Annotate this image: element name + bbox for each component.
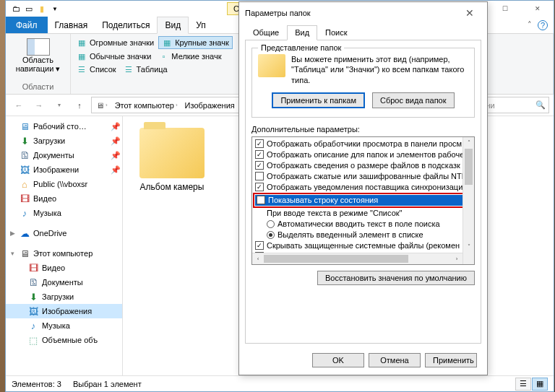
scroll-down-icon[interactable]: ˅ xyxy=(463,241,474,253)
adv-item-radio[interactable]: Выделять введенный элемент в списке xyxy=(254,230,473,240)
dialog-tab-general[interactable]: Общие xyxy=(245,25,287,40)
qat-dropdown-icon[interactable]: ▼ xyxy=(49,3,61,14)
dialog-tab-search[interactable]: Поиск xyxy=(317,25,355,40)
nav-tp-docs[interactable]: 🖻Документы xyxy=(6,275,122,289)
radio-icon[interactable] xyxy=(267,231,275,239)
nav-tp-downloads[interactable]: ⬇Загрузки xyxy=(6,289,122,304)
search-icon[interactable]: 🔍 xyxy=(535,100,546,110)
help-icon[interactable]: ? xyxy=(538,20,548,30)
layout-large[interactable]: ▦Крупные значк xyxy=(158,36,233,49)
apply-to-folders-button[interactable]: Применить к папкам xyxy=(272,92,365,108)
advanced-settings-list[interactable]: ✓Отображать обработчики просмотра в пане… xyxy=(251,136,475,265)
maximize-button[interactable]: ☐ xyxy=(489,1,521,16)
adv-item[interactable]: Отображать сжатые или зашифрованные файл… xyxy=(254,171,473,182)
crumb-root[interactable]: Этот компьютер xyxy=(115,101,174,110)
nav-thispc[interactable]: ▾🖥Этот компьютер xyxy=(6,246,122,261)
small-icons-icon: ▫ xyxy=(158,51,168,61)
nav-music[interactable]: ♪Музыка xyxy=(6,206,122,220)
adv-item-group[interactable]: При вводе текста в режиме "Список" xyxy=(254,208,473,219)
nav-tp-video[interactable]: 🎞Видео xyxy=(6,261,122,275)
nav-onedrive[interactable]: ▶☁OneDrive xyxy=(6,226,122,240)
nav-tp-3d[interactable]: ⬚Объемные объ xyxy=(6,333,122,347)
apply-button[interactable]: Применить xyxy=(425,353,477,367)
nav-tp-images[interactable]: 🖼Изображения xyxy=(6,304,122,318)
tab-home[interactable]: Главная xyxy=(48,17,95,33)
tab-view[interactable]: Вид xyxy=(157,17,189,34)
download-icon: ⬇ xyxy=(19,135,30,147)
details-view-button[interactable]: ☰ xyxy=(515,378,531,391)
video-icon: 🎞 xyxy=(19,193,30,204)
nav-downloads[interactable]: ⬇Загрузки📌 xyxy=(6,134,122,148)
scroll-left-icon[interactable]: ‹ xyxy=(252,253,264,264)
close-button[interactable]: ✕ xyxy=(521,1,554,16)
checkbox-icon[interactable]: ✓ xyxy=(255,183,264,191)
status-count: Элементов: 3 xyxy=(12,380,61,388)
nav-public[interactable]: ⌂Public (\\vboxsr xyxy=(6,177,122,191)
document-icon: 🖻 xyxy=(19,149,30,161)
adv-item[interactable]: ✓Скрывать защищенные системные файлы (ре… xyxy=(254,240,473,251)
radio-icon[interactable] xyxy=(267,220,275,228)
adv-item-selected[interactable]: Показывать строку состояния xyxy=(255,195,471,206)
list-icon: ☰ xyxy=(77,64,87,74)
reset-folders-button[interactable]: Сброс вида папок xyxy=(372,92,455,108)
qat-prop-icon[interactable]: ▭ xyxy=(23,3,35,14)
nav-tp-music[interactable]: ♪Музыка xyxy=(6,318,122,333)
dialog-tab-view[interactable]: Вид xyxy=(287,25,317,40)
status-selection: Выбран 1 элемент xyxy=(73,380,142,388)
dialog-close-button[interactable]: ✕ xyxy=(458,4,481,22)
pc-icon: 🖥 xyxy=(19,248,30,259)
adv-item[interactable]: ✓Отображать сведения о размере файлов в … xyxy=(254,160,473,171)
expand-icon[interactable]: ▶ xyxy=(9,230,16,237)
back-button[interactable]: ← xyxy=(10,97,27,114)
layout-small[interactable]: ▫Мелкие значк xyxy=(155,51,224,62)
adv-item[interactable]: ✓Отображать уведомления поставщика синхр… xyxy=(254,182,473,193)
layout-table[interactable]: ☰Таблица xyxy=(121,64,171,75)
up-button[interactable]: ↑ xyxy=(71,97,88,114)
crumb-current[interactable]: Изображения xyxy=(185,101,235,110)
xl-icons-icon: ▦ xyxy=(77,38,87,48)
scroll-thumb[interactable] xyxy=(264,255,408,263)
navigation-pane-label[interactable]: Область навигации ▾ xyxy=(9,56,67,74)
recent-button[interactable]: ▾ xyxy=(51,97,68,114)
layout-extra-large[interactable]: ▦Огромные значки xyxy=(74,36,157,49)
scroll-thumb[interactable] xyxy=(465,149,473,185)
desktop-icon: 🖥 xyxy=(19,121,30,132)
dialog-titlebar[interactable]: Параметры папок ✕ xyxy=(239,2,487,24)
nav-images[interactable]: 🖼Изображени📌 xyxy=(6,162,122,177)
checkbox-icon[interactable]: ✓ xyxy=(255,150,264,159)
restore-defaults-button[interactable]: Восстановить значения по умолчанию xyxy=(317,271,475,285)
scroll-right-icon[interactable]: › xyxy=(451,253,462,264)
ok-button[interactable]: OK xyxy=(312,353,364,367)
checkbox-icon[interactable] xyxy=(255,172,264,180)
scroll-up-icon[interactable]: ˄ xyxy=(463,137,474,149)
tab-share[interactable]: Поделиться xyxy=(95,17,157,33)
layout-list[interactable]: ☰Список xyxy=(74,64,119,75)
vertical-scrollbar[interactable]: ˄ ˅ xyxy=(462,137,474,264)
video-icon: 🎞 xyxy=(27,262,39,274)
nav-documents[interactable]: 🖻Документы📌 xyxy=(6,148,122,162)
adv-item[interactable]: ✓Отображать описание для папок и элемент… xyxy=(254,149,473,160)
horizontal-scrollbar[interactable]: ‹ › xyxy=(252,253,462,264)
ribbon-collapse-icon[interactable]: ˄ xyxy=(528,20,532,30)
adv-item[interactable]: ✓Отображать обработчики просмотра в пане… xyxy=(254,139,473,149)
layout-medium[interactable]: ▦Обычные значки xyxy=(74,51,154,62)
navigation-pane-icon[interactable] xyxy=(27,38,50,56)
ribbon-group-panes: Область навигации ▾ Области xyxy=(6,34,71,94)
collapse-icon[interactable]: ▾ xyxy=(9,250,16,257)
tab-manage[interactable]: Уп xyxy=(189,17,213,33)
cancel-button[interactable]: Отмена xyxy=(369,353,421,367)
ribbon-group-label: Области xyxy=(22,82,54,92)
checkbox-icon[interactable]: ✓ xyxy=(255,139,264,148)
icons-view-button[interactable]: ▦ xyxy=(532,378,548,391)
nav-desktop[interactable]: 🖥Рабочий сто…📌 xyxy=(6,119,122,134)
checkbox-icon[interactable]: ✓ xyxy=(255,161,264,170)
checkbox-icon[interactable] xyxy=(257,196,265,204)
tab-file[interactable]: Файл xyxy=(6,17,48,33)
nav-video[interactable]: 🎞Видео xyxy=(6,191,122,206)
large-icons-icon: ▦ xyxy=(162,38,172,48)
adv-item-radio[interactable]: Автоматически вводить текст в поле поиск… xyxy=(254,219,473,230)
checkbox-icon[interactable]: ✓ xyxy=(255,241,264,250)
download-icon: ⬇ xyxy=(27,291,39,302)
folder-item[interactable]: Альбом камеры xyxy=(129,128,215,367)
folder-icon[interactable]: ▮ xyxy=(36,3,48,14)
